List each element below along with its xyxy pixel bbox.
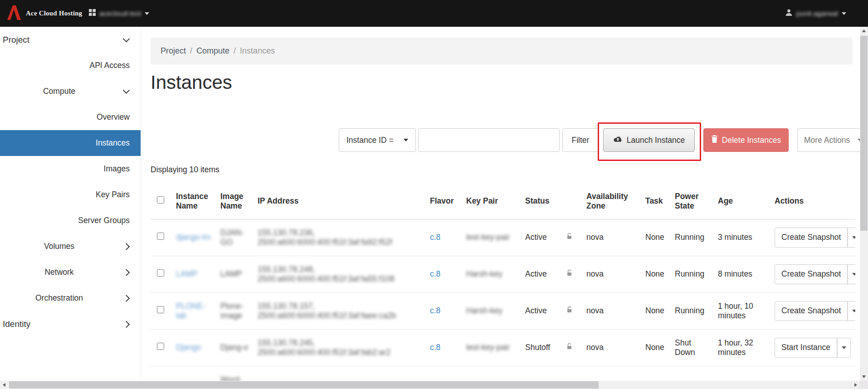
filter-field-dropdown[interactable]: Instance ID =	[339, 128, 416, 152]
caret-down-icon	[852, 236, 855, 239]
sidebar-item-compute[interactable]: Compute	[0, 78, 141, 104]
scroll-left-button[interactable]	[0, 381, 8, 389]
header-ip-address[interactable]: IP Address	[254, 184, 426, 219]
task-text: None	[645, 306, 664, 315]
more-actions-button[interactable]: More Actions	[797, 128, 868, 152]
row-select-checkbox[interactable]	[157, 343, 164, 350]
flavor-link[interactable]: c.8	[430, 269, 440, 278]
scroll-right-button[interactable]	[852, 381, 860, 389]
arrow-down-icon	[862, 375, 866, 378]
table-row: PLONE-lab Plone-image 155.130.78.157, 25…	[151, 292, 855, 329]
row-action-dropdown[interactable]	[848, 264, 855, 284]
delete-instances-button[interactable]: Delete Instances	[703, 128, 789, 152]
scroll-up-button[interactable]	[860, 27, 868, 35]
instance-name-link[interactable]: Django	[176, 343, 201, 352]
sidebar-item-volumes[interactable]: Volumes	[0, 233, 141, 259]
header-image-name[interactable]: Image Name	[217, 184, 254, 219]
select-all-cell	[151, 184, 172, 219]
chevron-right-icon	[123, 321, 130, 328]
image-name: Plone-image	[220, 301, 244, 320]
sidebar-item-api-access[interactable]: API Access	[0, 53, 141, 78]
user-icon	[785, 9, 793, 18]
caret-down-icon	[842, 346, 846, 349]
instance-name-link[interactable]: django-lm	[176, 233, 211, 242]
flavor-link[interactable]: c.8	[430, 306, 440, 315]
flavor-link[interactable]: c.8	[430, 343, 440, 352]
sidebar-item-orchestration[interactable]: Orchestration	[0, 285, 141, 311]
header-status[interactable]: Status	[522, 184, 562, 219]
key-pair: Harsh-key	[466, 269, 502, 278]
sidebar-item-key-pairs[interactable]: Key Pairs	[0, 182, 141, 208]
breadcrumb-compute[interactable]: Compute	[196, 46, 229, 56]
items-count: Displaying 10 items	[151, 165, 219, 175]
row-action-dropdown[interactable]	[848, 301, 855, 321]
vertical-scrollbar	[860, 27, 868, 381]
status-text: Shutoff	[525, 343, 550, 352]
header-task[interactable]: Task	[642, 184, 671, 219]
instance-name-link[interactable]: PLONE-lab	[176, 301, 205, 320]
image-name: Word-	[220, 375, 242, 381]
sidebar-item-server-groups[interactable]: Server Groups	[0, 208, 141, 233]
row-action-button[interactable]: Create Snapshot	[775, 301, 848, 321]
scroll-down-button[interactable]	[860, 373, 868, 381]
row-select-checkbox[interactable]	[157, 306, 164, 313]
launch-instance-button[interactable]: Launch Instance	[603, 128, 695, 152]
horizontal-scrollbar-thumb[interactable]	[9, 381, 599, 389]
header-instance-name[interactable]: Instance Name	[172, 184, 217, 219]
sidebar-item-overview[interactable]: Overview	[0, 104, 141, 130]
trash-icon	[711, 135, 718, 145]
sidebar-item-label: API Access	[89, 61, 130, 70]
sidebar-item-images[interactable]: Images	[0, 156, 141, 182]
power-state: Running	[675, 233, 704, 242]
age-text: 1 hour, 10 minutes	[718, 301, 753, 320]
sidebar-item-label: Identity	[3, 319, 30, 329]
page-title: Instances	[151, 72, 232, 93]
header-power-state[interactable]: Power State	[671, 184, 714, 219]
row-action-dropdown[interactable]	[848, 228, 855, 248]
row-action-button[interactable]: Start Instance	[775, 338, 837, 358]
header-age[interactable]: Age	[714, 184, 771, 219]
select-all-checkbox[interactable]	[157, 196, 164, 204]
flavor-link[interactable]: c.8	[430, 233, 440, 242]
sidebar-item-instances[interactable]: Instances	[0, 130, 141, 156]
launch-instance-label: Launch Instance	[627, 136, 685, 145]
row-select-checkbox[interactable]	[157, 233, 164, 240]
header-key-pair[interactable]: Key Pair	[463, 184, 522, 219]
row-action-dropdown[interactable]	[837, 338, 851, 358]
vertical-scrollbar-thumb[interactable]	[860, 36, 868, 231]
header-flavor[interactable]: Flavor	[426, 184, 463, 219]
row-action-button[interactable]: Create Snapshot	[775, 264, 848, 284]
sidebar-item-project[interactable]: Project	[0, 27, 141, 53]
row-select-checkbox[interactable]	[157, 269, 164, 277]
power-state: Running	[675, 306, 704, 315]
ip-address: 155.130.78.157, 2500:a600:6000:400:f51f:…	[258, 301, 396, 320]
instance-name-link[interactable]: LAMP	[176, 269, 198, 278]
sidebar-item-identity[interactable]: Identity	[0, 311, 141, 337]
task-text: None	[645, 269, 664, 278]
breadcrumb-project[interactable]: Project	[161, 46, 186, 56]
status-text: Active	[525, 269, 547, 278]
caret-down-icon	[404, 139, 408, 141]
filter-button[interactable]: Filter	[562, 128, 599, 152]
age-text: 1 hour, 32 minutes	[718, 338, 753, 357]
breadcrumb: Project / Compute / Instances	[151, 38, 853, 64]
project-name: acecloud-test	[99, 10, 141, 18]
top-navbar: Ace Cloud Hosting acecloud-test punit.ag…	[0, 0, 868, 27]
sidebar-item-label: Network	[44, 267, 73, 277]
breadcrumb-separator: /	[190, 46, 192, 56]
availability-zone: nova	[586, 306, 604, 315]
filter-field-label: Instance ID =	[346, 136, 394, 145]
brand-logo-icon	[6, 5, 22, 23]
table-row: Django Djang-o 155.130.78.245, 2500:a600…	[151, 329, 855, 366]
header-availability-zone[interactable]: Availability Zone	[583, 184, 642, 219]
breadcrumb-instances: Instances	[240, 46, 275, 56]
row-action-button[interactable]: Create Snapshot	[775, 228, 848, 248]
filter-search-input[interactable]	[418, 128, 560, 152]
user-menu[interactable]: punit.agarwal	[785, 0, 846, 27]
age-text: 8 minutes	[718, 269, 752, 278]
sidebar-item-label: Images	[104, 164, 130, 174]
project-selector[interactable]: acecloud-test	[89, 0, 149, 27]
key-pair: test-key-pair	[466, 343, 510, 352]
sidebar-item-network[interactable]: Network	[0, 259, 141, 285]
arrow-up-icon	[862, 29, 866, 32]
